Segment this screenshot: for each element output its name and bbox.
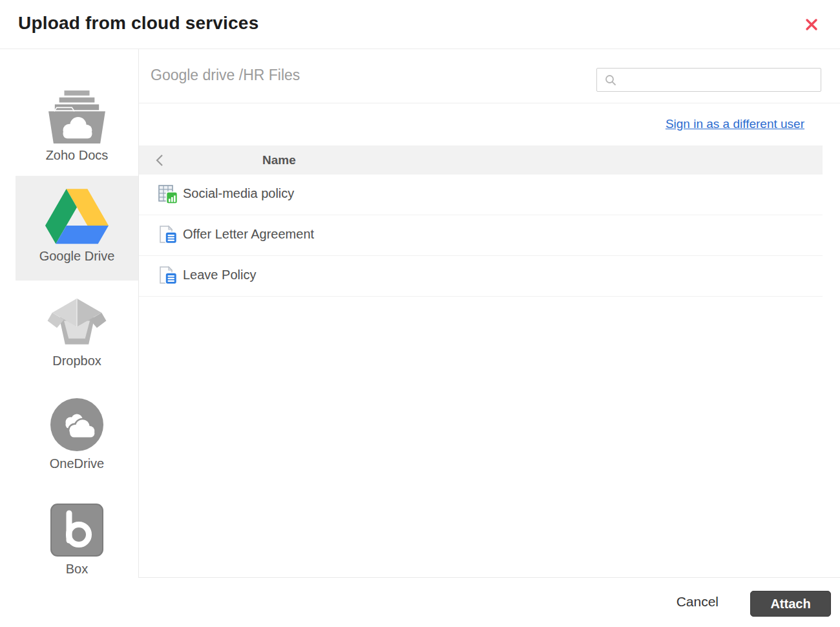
breadcrumb-toolbar: Google drive /HR Files [139, 49, 840, 103]
dropbox-box-icon [16, 297, 138, 349]
sign-in-different-user-link[interactable]: Sign in as a different user [666, 117, 804, 131]
file-row[interactable]: Offer Letter Agreement [139, 215, 823, 256]
cancel-button[interactable]: Cancel [677, 594, 719, 610]
spreadsheet-file-icon [158, 184, 179, 205]
column-header-name: Name [262, 153, 296, 167]
sidebar-item-label: Zoho Docs [16, 148, 138, 163]
file-name: Offer Letter Agreement [183, 227, 314, 242]
sidebar-item-label: Google Drive [16, 249, 138, 264]
search-icon [604, 74, 617, 87]
sidebar-item-google-drive[interactable]: Google Drive [16, 176, 138, 281]
file-browser-panel: Google drive /HR Files Sign in as a diff… [138, 49, 840, 578]
close-icon[interactable] [804, 17, 819, 32]
sidebar-item-label: Box [16, 562, 138, 577]
dialog-header: Upload from cloud services [0, 0, 840, 49]
cloud-services-sidebar: Zoho Docs Google Drive Dropbox [0, 49, 138, 627]
zoho-docs-folder-icon [16, 90, 138, 143]
google-drive-icon [16, 189, 138, 244]
document-file-icon [158, 225, 179, 246]
chevron-left-icon[interactable] [154, 153, 165, 167]
sidebar-item-box[interactable]: Box [16, 503, 138, 577]
sidebar-item-zoho-docs[interactable]: Zoho Docs [16, 90, 138, 163]
signin-row: Sign in as a different user [139, 103, 840, 145]
file-name: Leave Policy [183, 268, 256, 282]
sidebar-item-dropbox[interactable]: Dropbox [16, 297, 138, 368]
file-table: Name Social-media policy [139, 145, 823, 297]
dialog-footer: Cancel Attach [138, 578, 840, 627]
search-input[interactable] [617, 69, 821, 91]
dialog-title: Upload from cloud services [18, 13, 258, 34]
sidebar-item-label: OneDrive [16, 456, 138, 471]
file-row[interactable]: Leave Policy [139, 256, 823, 297]
document-file-icon [158, 266, 179, 286]
search-box[interactable] [596, 68, 821, 92]
file-row[interactable]: Social-media policy [139, 175, 823, 215]
onedrive-cloud-icon [16, 398, 138, 452]
file-name: Social-media policy [183, 186, 294, 201]
box-b-icon [16, 503, 138, 557]
table-header: Name [139, 145, 823, 175]
sidebar-item-label: Dropbox [16, 354, 138, 368]
sidebar-item-onedrive[interactable]: OneDrive [16, 398, 138, 471]
breadcrumb: Google drive /HR Files [151, 67, 300, 84]
attach-button[interactable]: Attach [750, 591, 831, 617]
